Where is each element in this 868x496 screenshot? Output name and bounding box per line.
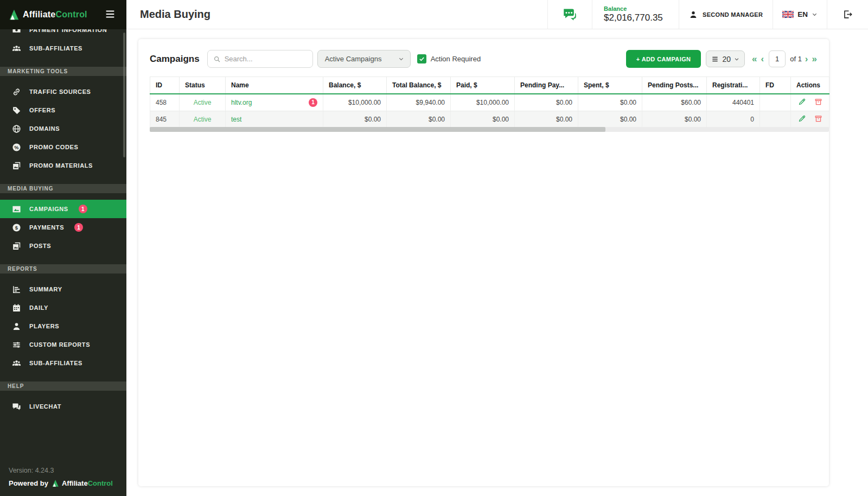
calendar-icon — [12, 303, 21, 313]
cell-status: Active — [180, 94, 226, 111]
col-id: ID — [150, 77, 180, 94]
language-code: EN — [797, 10, 808, 18]
sidebar-header: AffiliateControl — [0, 0, 126, 29]
sidebar-item-livechat[interactable]: LIVECHAT — [0, 397, 126, 416]
tag-icon — [12, 106, 21, 115]
archive-icon — [814, 98, 822, 106]
sidebar-item-label: SUMMARY — [29, 286, 62, 292]
archive-campaign-button[interactable] — [814, 98, 822, 106]
brand-secondary: Control — [55, 10, 87, 19]
section-header-media-buying: MEDIA BUYING — [0, 184, 126, 193]
topbar: Media Buying Balance $2,016,770.35 SECON… — [126, 0, 868, 29]
prev-page-button[interactable]: ‹ — [761, 54, 765, 63]
support-chat-button[interactable] — [547, 0, 592, 29]
sidebar-item-label: DOMAINS — [29, 125, 60, 132]
search-box — [207, 50, 313, 68]
rows-icon — [711, 55, 719, 63]
sidebar-item-label: DAILY — [29, 304, 48, 311]
dollar-icon — [12, 223, 21, 232]
sidebar-item-sub-affiliates[interactable]: SUB-AFFILIATES — [0, 39, 126, 58]
sidebar-item-label: PROMO MATERIALS — [29, 162, 93, 169]
first-page-button[interactable]: « — [751, 54, 757, 63]
sidebar-item-label: PAYMENTS — [29, 224, 64, 231]
version-label: Version: 4.24.3 — [9, 467, 121, 474]
images-icon — [12, 161, 21, 170]
cell-fd — [760, 111, 791, 128]
cell-pending-payments: $0.00 — [515, 94, 578, 111]
last-page-button[interactable]: » — [812, 54, 818, 63]
sidebar-item-label: SUB-AFFILIATES — [29, 360, 82, 366]
sidebar-item-label: CAMPAIGNS — [29, 206, 68, 212]
cell-fd — [760, 94, 791, 111]
logo-icon — [51, 479, 59, 487]
search-input[interactable] — [225, 55, 307, 63]
sidebar-item-label: SUB-AFFILIATES — [29, 45, 82, 52]
sidebar-item-posts[interactable]: POSTS — [0, 237, 126, 255]
sidebar-item-players[interactable]: PLAYERS — [0, 317, 126, 335]
sidebar-item-custom-reports[interactable]: CUSTOM REPORTS — [0, 335, 126, 354]
sidebar-item-summary[interactable]: SUMMARY — [0, 280, 126, 298]
sidebar-item-promo-codes[interactable]: PROMO CODES — [0, 138, 126, 156]
col-name: Name — [226, 77, 323, 94]
user-name: SECOND MANAGER — [703, 11, 763, 18]
chevron-down-icon — [812, 11, 818, 17]
sidebar-scrollbar[interactable] — [123, 33, 125, 157]
cell-name: test — [226, 111, 323, 128]
add-campaign-button[interactable]: + ADD CAMPAIGN — [626, 50, 701, 68]
campaign-name-link[interactable]: hltv.org — [231, 99, 252, 106]
campaign-name-link[interactable]: test — [231, 116, 241, 123]
sidebar-item-traffic-sources[interactable]: TRAFFIC SOURCES — [0, 82, 126, 101]
sidebar-item-label: TRAFFIC SOURCES — [29, 88, 91, 95]
chevron-down-icon — [398, 56, 404, 62]
sidebar-footer: Version: 4.24.3 Powered by AffiliateCont… — [9, 467, 121, 487]
checkbox-checked-icon — [417, 54, 426, 63]
logout-icon — [843, 9, 853, 20]
hamburger-icon — [104, 8, 116, 20]
sidebar-item-label: LIVECHAT — [29, 403, 61, 410]
powered-by-label: Powered by — [9, 479, 48, 487]
app-logo[interactable]: AffiliateControl — [8, 9, 87, 21]
brand-primary: Affiliate — [23, 10, 55, 19]
sidebar-item-payments[interactable]: PAYMENTS 1 — [0, 218, 126, 237]
cell-balance: $0.00 — [323, 111, 387, 128]
logout-button[interactable] — [827, 0, 868, 29]
col-registrations: Registrati... — [707, 77, 760, 94]
cell-id: 458 — [150, 94, 180, 111]
cell-total-balance: $0.00 — [387, 111, 451, 128]
cell-spent: $0.00 — [578, 111, 642, 128]
archive-campaign-button[interactable] — [814, 115, 822, 123]
cell-registrations: 440401 — [707, 94, 760, 111]
users-group-icon — [12, 359, 21, 368]
page-number-input[interactable] — [769, 50, 786, 67]
sidebar-item-domains[interactable]: DOMAINS — [0, 119, 126, 138]
campaigns-toolbar: Campaigns Active Campaigns Action Requir… — [150, 50, 818, 68]
campaigns-count-badge: 1 — [79, 205, 87, 213]
sidebar-item-label: CUSTOM REPORTS — [29, 341, 90, 348]
col-paid: Paid, $ — [451, 77, 515, 94]
sidebar-item-offers[interactable]: OFFERS — [0, 101, 126, 119]
menu-toggle-button[interactable] — [103, 7, 118, 22]
sidebar-item-daily[interactable]: DAILY — [0, 298, 126, 317]
table-horizontal-scrollbar-track[interactable] — [150, 127, 829, 132]
action-required-checkbox[interactable]: Action Required — [417, 54, 481, 63]
cell-spent: $0.00 — [578, 94, 642, 111]
cell-total-balance: $9,940.00 — [387, 94, 451, 111]
user-menu[interactable]: SECOND MANAGER — [679, 0, 773, 29]
edit-campaign-button[interactable] — [798, 98, 806, 106]
action-required-badge: 1 — [309, 98, 317, 107]
per-page-dropdown[interactable]: 20 — [706, 50, 745, 67]
sidebar-item-promo-materials[interactable]: PROMO MATERIALS — [0, 156, 126, 175]
table-horizontal-scrollbar-thumb[interactable] — [150, 127, 605, 132]
per-page-value: 20 — [722, 55, 731, 63]
sidebar-item-campaigns[interactable]: CAMPAIGNS 1 — [0, 200, 126, 218]
campaign-filter-dropdown[interactable]: Active Campaigns — [317, 50, 411, 68]
balance-label: Balance — [604, 5, 627, 12]
globe-icon — [12, 124, 21, 133]
link-icon — [12, 87, 21, 97]
next-page-button[interactable]: › — [805, 54, 809, 63]
page-count-label: of 1 — [790, 55, 802, 63]
edit-campaign-button[interactable] — [798, 115, 806, 123]
sidebar-item-sub-affiliates-report[interactable]: SUB-AFFILIATES — [0, 354, 126, 372]
section-header-help: HELP — [0, 381, 126, 391]
language-selector[interactable]: EN — [773, 0, 827, 29]
